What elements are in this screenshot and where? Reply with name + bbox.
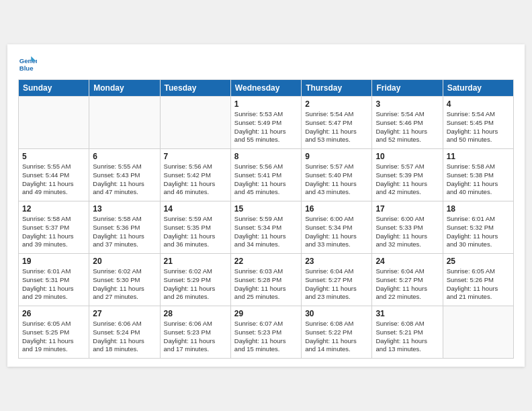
cell-info: and 42 minutes. xyxy=(375,188,439,197)
weekday-header-saturday: Saturday xyxy=(443,80,513,97)
calendar-cell: 10Sunrise: 5:57 AMSunset: 5:39 PMDayligh… xyxy=(372,149,443,201)
cell-info: Sunset: 5:38 PM xyxy=(447,171,510,180)
cell-info: and 53 minutes. xyxy=(305,136,368,144)
cell-info: Daylight: 11 hours xyxy=(93,285,156,293)
cell-info: and 46 minutes. xyxy=(164,188,227,197)
day-number: 1 xyxy=(234,99,298,109)
calendar-cell: 21Sunrise: 6:02 AMSunset: 5:29 PMDayligh… xyxy=(160,254,230,306)
day-number: 21 xyxy=(164,257,227,266)
calendar-cell: 15Sunrise: 5:59 AMSunset: 5:34 PMDayligh… xyxy=(230,201,301,254)
day-number: 25 xyxy=(447,257,510,266)
cell-info: Sunset: 5:47 PM xyxy=(305,119,368,128)
calendar-cell: 12Sunrise: 5:58 AMSunset: 5:37 PMDayligh… xyxy=(19,201,89,254)
calendar-cell: 20Sunrise: 6:02 AMSunset: 5:30 PMDayligh… xyxy=(89,254,160,306)
day-number: 14 xyxy=(164,204,227,214)
cell-info: Daylight: 11 hours xyxy=(305,285,368,293)
day-number: 23 xyxy=(305,257,368,266)
calendar-cell: 19Sunrise: 6:01 AMSunset: 5:31 PMDayligh… xyxy=(19,254,89,306)
calendar-cell: 4Sunrise: 5:54 AMSunset: 5:45 PMDaylight… xyxy=(443,97,513,149)
cell-info: and 45 minutes. xyxy=(234,188,298,197)
cell-info: and 37 minutes. xyxy=(93,240,156,249)
cell-info: Sunrise: 5:58 AM xyxy=(447,163,510,171)
cell-info: Daylight: 11 hours xyxy=(164,337,227,346)
cell-info: and 43 minutes. xyxy=(305,188,368,197)
cell-info: Sunset: 5:30 PM xyxy=(93,276,156,285)
calendar-cell: 2Sunrise: 5:54 AMSunset: 5:47 PMDaylight… xyxy=(302,97,372,149)
cell-info: Daylight: 11 hours xyxy=(447,232,510,241)
cell-info: and 14 minutes. xyxy=(305,345,368,354)
week-row-3: 19Sunrise: 6:01 AMSunset: 5:31 PMDayligh… xyxy=(19,254,514,306)
day-number: 5 xyxy=(22,152,85,161)
svg-text:Blue: Blue xyxy=(19,64,34,72)
cell-info: Daylight: 11 hours xyxy=(93,337,156,346)
cell-info: Sunset: 5:22 PM xyxy=(305,328,368,337)
cell-info: Daylight: 11 hours xyxy=(234,128,298,136)
calendar-cell: 23Sunrise: 6:04 AMSunset: 5:27 PMDayligh… xyxy=(302,254,372,306)
cell-info: Daylight: 11 hours xyxy=(447,128,510,136)
cell-info: Sunrise: 5:59 AM xyxy=(164,215,227,224)
cell-info: Daylight: 11 hours xyxy=(164,232,227,241)
cell-info: and 26 minutes. xyxy=(164,293,227,302)
calendar-cell: 31Sunrise: 6:08 AMSunset: 5:21 PMDayligh… xyxy=(372,306,443,359)
cell-info: and 15 minutes. xyxy=(234,345,298,354)
cell-info: Sunset: 5:43 PM xyxy=(93,171,156,180)
cell-info: Sunrise: 6:05 AM xyxy=(447,267,510,276)
day-number: 19 xyxy=(22,257,85,266)
calendar-cell xyxy=(19,97,89,149)
cell-info: Sunset: 5:21 PM xyxy=(375,328,439,337)
cell-info: and 32 minutes. xyxy=(375,240,439,249)
cell-info: and 17 minutes. xyxy=(164,345,227,354)
day-number: 6 xyxy=(93,152,156,161)
cell-info: Sunset: 5:44 PM xyxy=(22,171,85,180)
calendar-cell: 3Sunrise: 5:54 AMSunset: 5:46 PMDaylight… xyxy=(372,97,443,149)
cell-info: Sunset: 5:41 PM xyxy=(234,171,298,180)
cell-info: and 19 minutes. xyxy=(22,345,85,354)
cell-info: and 55 minutes. xyxy=(234,136,298,144)
day-number: 18 xyxy=(447,204,510,214)
cell-info: Sunset: 5:34 PM xyxy=(305,224,368,232)
day-number: 10 xyxy=(375,152,439,161)
day-number: 27 xyxy=(93,309,156,318)
cell-info: Sunrise: 5:54 AM xyxy=(305,110,368,119)
cell-info: Sunrise: 6:01 AM xyxy=(22,267,85,276)
cell-info: Sunset: 5:25 PM xyxy=(22,328,85,337)
cell-info: Daylight: 11 hours xyxy=(375,180,439,189)
day-number: 3 xyxy=(375,99,439,109)
cell-info: Sunset: 5:24 PM xyxy=(93,328,156,337)
logo-icon: General Blue xyxy=(18,55,37,74)
calendar-container: General Blue SundayMondayTuesdayWednesda… xyxy=(7,44,525,367)
cell-info: and 30 minutes. xyxy=(447,240,510,249)
calendar-cell: 27Sunrise: 6:06 AMSunset: 5:24 PMDayligh… xyxy=(89,306,160,359)
calendar-cell: 14Sunrise: 5:59 AMSunset: 5:35 PMDayligh… xyxy=(160,201,230,254)
calendar-cell: 22Sunrise: 6:03 AMSunset: 5:28 PMDayligh… xyxy=(230,254,301,306)
cell-info: Daylight: 11 hours xyxy=(22,232,85,241)
cell-info: Sunset: 5:37 PM xyxy=(22,224,85,232)
day-number: 20 xyxy=(93,257,156,266)
cell-info: Sunrise: 5:56 AM xyxy=(234,163,298,171)
cell-info: Sunrise: 6:05 AM xyxy=(22,320,85,328)
cell-info: Sunrise: 6:02 AM xyxy=(93,267,156,276)
cell-info: Sunset: 5:40 PM xyxy=(305,171,368,180)
cell-info: Sunset: 5:26 PM xyxy=(447,276,510,285)
cell-info: Sunset: 5:27 PM xyxy=(305,276,368,285)
calendar-cell xyxy=(443,306,513,359)
cell-info: and 36 minutes. xyxy=(164,240,227,249)
calendar-cell: 29Sunrise: 6:07 AMSunset: 5:23 PMDayligh… xyxy=(230,306,301,359)
cell-info: Sunrise: 6:00 AM xyxy=(305,215,368,224)
cell-info: Sunrise: 6:04 AM xyxy=(375,267,439,276)
cell-info: Sunrise: 6:03 AM xyxy=(234,267,298,276)
cell-info: Sunrise: 6:06 AM xyxy=(164,320,227,328)
cell-info: and 25 minutes. xyxy=(234,293,298,302)
day-number: 15 xyxy=(234,204,298,214)
calendar-cell: 18Sunrise: 6:01 AMSunset: 5:32 PMDayligh… xyxy=(443,201,513,254)
cell-info: and 18 minutes. xyxy=(93,345,156,354)
cell-info: Daylight: 11 hours xyxy=(305,337,368,346)
cell-info: Daylight: 11 hours xyxy=(447,285,510,293)
cell-info: Daylight: 11 hours xyxy=(375,337,439,346)
cell-info: Sunset: 5:33 PM xyxy=(375,224,439,232)
cell-info: and 21 minutes. xyxy=(447,293,510,302)
logo: General Blue xyxy=(18,55,40,74)
day-number: 16 xyxy=(305,204,368,214)
weekday-header-tuesday: Tuesday xyxy=(160,80,230,97)
cell-info: and 13 minutes. xyxy=(375,345,439,354)
